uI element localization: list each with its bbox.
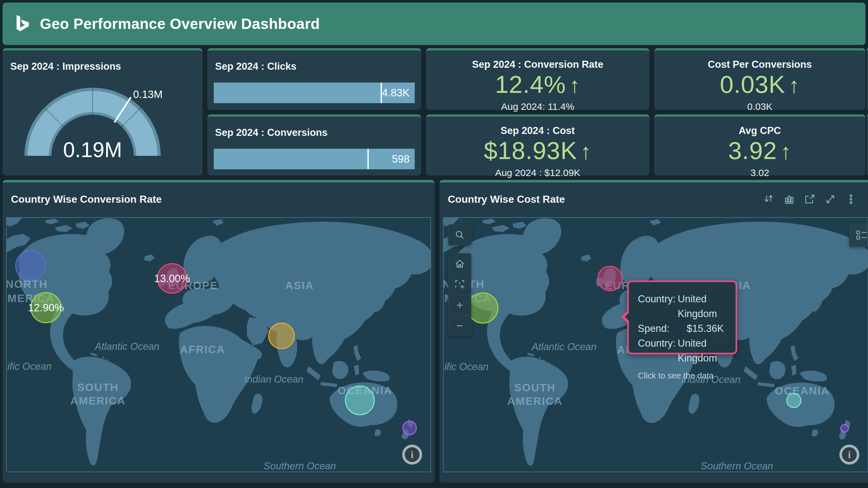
tooltip-value: $15.36K xyxy=(687,321,724,336)
card-clicks: Sep 2024 : Clicks 4.83K xyxy=(207,48,421,110)
panel-header: Country Wise Cost Rate xyxy=(439,183,868,216)
gauge-marker-label: 0.13M xyxy=(133,88,163,100)
bubble-new-zealand[interactable] xyxy=(403,421,416,435)
card-cost-title: Sep 2024 : Cost xyxy=(426,125,649,136)
info-icon: i xyxy=(405,447,420,462)
cost-rate-map[interactable]: Country: United Kingdom Spend: $15.36K C… xyxy=(443,217,868,472)
info-button[interactable]: i xyxy=(402,445,422,464)
up-arrow-icon: ↑ xyxy=(780,139,792,164)
tooltip-label: Country: xyxy=(638,336,678,366)
conversions-bar: 598 xyxy=(214,149,415,169)
up-arrow-icon: ↑ xyxy=(580,139,591,164)
tooltip-label: Spend: xyxy=(638,321,687,336)
bubble-uk-label: 13.00% xyxy=(154,272,190,284)
zoom-in-icon[interactable] xyxy=(448,295,471,315)
card-clicks-title: Sep 2024 : Clicks xyxy=(215,61,297,72)
conversion-rate-map[interactable]: 13.00% 12.90% i xyxy=(6,217,431,472)
bubble-united-kingdom[interactable] xyxy=(598,266,622,291)
cost-per-conversions-subtitle: 0.03K xyxy=(654,101,865,112)
clicks-bar: 4.83K xyxy=(214,83,415,103)
impressions-gauge: 0.13M 0.19M xyxy=(3,85,203,177)
bubble-canada[interactable] xyxy=(16,251,45,281)
tooltip-row: Country: United Kingdom xyxy=(638,336,736,366)
geo-performance-dashboard: { "header": { "title": "Geo Performance … xyxy=(0,0,868,488)
tooltip-row: Country: United Kingdom xyxy=(638,292,736,321)
sort-icon[interactable] xyxy=(763,193,775,205)
conversion-rate-subtitle: Aug 2024: 11.4% xyxy=(426,101,649,112)
panel-title: Country Wise Cost Rate xyxy=(448,193,565,205)
card-conversion-rate: Sep 2024 : Conversion Rate 12.4%↑ Aug 20… xyxy=(426,48,649,110)
tooltip-value: United Kingdom xyxy=(678,336,736,366)
gauge-value: 0.19M xyxy=(63,138,122,162)
value-text: 12.4% xyxy=(495,71,566,98)
avg-cpc-value: 3.92↑ xyxy=(654,136,865,164)
card-cost: Sep 2024 : Cost $18.93K↑ Aug 2024 : $12.… xyxy=(426,115,649,175)
export-icon[interactable] xyxy=(804,193,816,205)
value-text: 3.92 xyxy=(728,137,777,164)
card-conversions: Sep 2024 : Conversions 598 xyxy=(207,115,421,175)
tooltip-footer: Click to see the data xyxy=(638,371,736,381)
conversions-value: 598 xyxy=(392,149,409,169)
card-impressions: Sep 2024 : Impressions 0.13M 0.19M xyxy=(3,48,203,175)
panel-conversion-rate-map: Country Wise Conversion Rate 13.00% 12.9… xyxy=(3,180,435,483)
bubble-australia[interactable] xyxy=(345,386,374,415)
kebab-icon[interactable] xyxy=(845,193,857,205)
tooltip-arrow xyxy=(625,313,629,321)
zoom-out-icon[interactable] xyxy=(448,315,471,336)
card-conversions-title: Sep 2024 : Conversions xyxy=(215,127,328,138)
card-avg-cpc: Avg CPC 3.92↑ 3.02 xyxy=(654,115,865,175)
clicks-value: 4.83K xyxy=(382,83,409,103)
bubble-australia[interactable] xyxy=(787,394,801,408)
up-arrow-icon: ↑ xyxy=(569,73,580,97)
bing-logo-icon xyxy=(15,14,31,34)
search-icon[interactable] xyxy=(448,225,471,245)
zoom-selection-icon[interactable] xyxy=(448,274,471,295)
cost-per-conversions-value: 0.03K↑ xyxy=(654,70,865,98)
world-map: 13.00% 12.90% xyxy=(7,218,431,471)
column-chart-icon[interactable] xyxy=(783,193,795,205)
conversion-rate-value: 12.4%↑ xyxy=(426,70,649,98)
tooltip-value: United Kingdom xyxy=(678,292,736,321)
card-avg-cpc-title: Avg CPC xyxy=(654,125,865,136)
panel-toolbar xyxy=(763,193,857,205)
bubble-india[interactable] xyxy=(269,323,294,349)
panel-cost-rate-map: Country Wise Cost Rate xyxy=(439,180,868,483)
bubble-us-label: 12.90% xyxy=(28,302,64,314)
bubble-new-zealand[interactable] xyxy=(841,425,848,432)
card-conversion-rate-title: Sep 2024 : Conversion Rate xyxy=(426,59,649,70)
dashboard-header: Geo Performance Overview Dashboard xyxy=(3,3,865,45)
card-impressions-title: Sep 2024 : Impressions xyxy=(10,61,121,72)
page-title: Geo Performance Overview Dashboard xyxy=(40,15,320,32)
panel-title: Country Wise Conversion Rate xyxy=(11,193,162,205)
value-text: $18.93K xyxy=(484,137,577,164)
cost-value: $18.93K↑ xyxy=(426,136,649,164)
info-button[interactable]: i xyxy=(839,445,859,464)
cost-subtitle: Aug 2024 : $12.09K xyxy=(426,167,649,178)
expand-icon[interactable] xyxy=(824,193,837,205)
panel-header: Country Wise Conversion Rate xyxy=(3,183,435,216)
card-cost-per-conversions-title: Cost Per Conversions xyxy=(654,59,865,70)
map-search-control xyxy=(448,224,471,246)
home-icon[interactable] xyxy=(448,254,471,274)
tooltip-row: Spend: $15.36K xyxy=(638,321,736,336)
avg-cpc-subtitle: 3.02 xyxy=(654,167,865,178)
conversions-marker-tick xyxy=(368,149,369,169)
card-cost-per-conversions: Cost Per Conversions 0.03K↑ 0.03K xyxy=(654,48,865,110)
legend-icon[interactable] xyxy=(849,224,868,247)
up-arrow-icon: ↑ xyxy=(788,73,800,97)
tooltip-label: Country: xyxy=(638,292,678,321)
value-text: 0.03K xyxy=(720,71,785,98)
info-icon: i xyxy=(842,447,857,462)
map-zoom-controls xyxy=(448,253,471,336)
bubble-united-states[interactable] xyxy=(468,293,498,323)
map-tooltip: Country: United Kingdom Spend: $15.36K C… xyxy=(627,281,737,354)
